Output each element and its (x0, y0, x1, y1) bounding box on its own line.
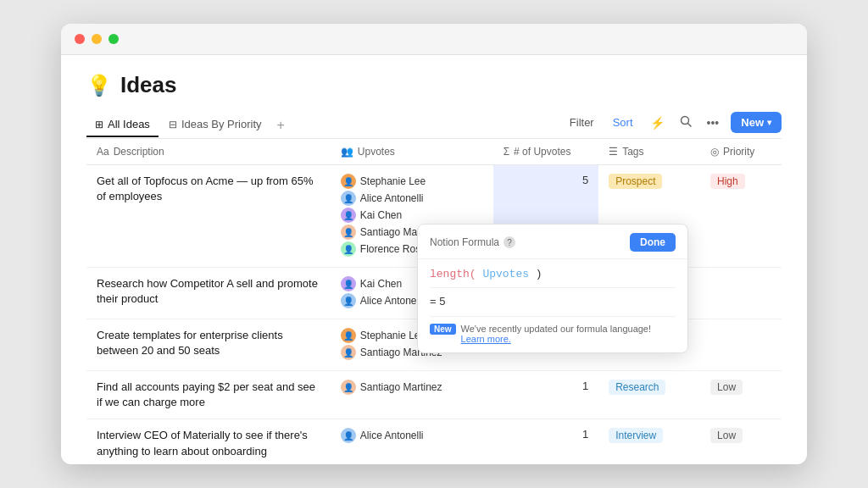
titlebar (61, 24, 807, 55)
lightning-icon[interactable]: ⚡ (647, 113, 668, 133)
col-tags-label: Tags (622, 146, 643, 158)
page-icon: 💡 (86, 74, 112, 97)
maximize-button[interactable] (108, 34, 119, 44)
col-priority: ◎ Priority (700, 139, 782, 165)
col-upvotes: 👥 Upvotes (331, 139, 493, 165)
popover-header: Notion Formula ? Done (418, 225, 687, 259)
upvoter-name: Alice Antonelli (360, 192, 424, 204)
tabs-toolbar: ⊞ All Ideas ⊟ Ideas By Priority + Filter… (86, 112, 782, 139)
popover-body: length( Upvotes ) = 5 New We've recently… (418, 259, 687, 352)
formula-keyword: length( (430, 268, 476, 280)
avatar: 👤 (341, 293, 356, 308)
tab-icon-priority: ⊟ (169, 119, 177, 130)
formula-result-text: = 5 (430, 295, 445, 308)
upvoter-name: Kai Chen (360, 209, 402, 221)
avatar: 👤 (341, 276, 356, 291)
table-row: Find all accounts paying $2 per seat and… (86, 371, 782, 419)
cell-priority (700, 319, 782, 371)
cell-description: Get all of Topfocus on Acme — up from 65… (86, 165, 331, 268)
tag-badge: Prospect (609, 174, 662, 189)
add-tab-button[interactable]: + (272, 114, 290, 136)
col-num-upvotes-label: # of Upvotes (514, 146, 570, 158)
upvote-row: 👤Kai Chen (341, 208, 483, 223)
cell-upvotes: 👤Alice Antonelli (331, 419, 493, 464)
col-upvotes-label: Upvotes (358, 146, 395, 158)
upvoter-name: Kai Chen (360, 278, 402, 290)
col-upvotes-icon: 👥 (341, 146, 353, 158)
col-num-upvotes: Σ # of Upvotes (493, 139, 598, 165)
tab-ideas-by-priority[interactable]: ⊟ Ideas By Priority (160, 113, 270, 137)
cell-priority: Low (700, 371, 782, 419)
cell-description: Research how Competitor A sell and promo… (86, 268, 331, 319)
help-icon[interactable]: ? (504, 236, 515, 248)
avatar: 👤 (341, 225, 356, 240)
new-badge: New (430, 324, 456, 335)
avatar: 👤 (341, 174, 356, 189)
table-container: Aa Description 👥 Upvotes (86, 139, 782, 464)
tab-all-ideas[interactable]: ⊞ All Ideas (86, 113, 159, 137)
svg-line-1 (687, 124, 691, 127)
cell-description: Interview CEO of Materially to see if th… (86, 419, 331, 464)
cell-description: Create templates for enterprise clients … (86, 319, 331, 371)
tab-label-priority: Ideas By Priority (181, 118, 262, 130)
tab-label-all-ideas: All Ideas (108, 118, 150, 130)
cell-tags: Research (598, 371, 700, 419)
priority-badge: Low (710, 428, 743, 443)
popover-title-text: Notion Formula (430, 236, 499, 248)
priority-badge: Low (710, 380, 743, 395)
cell-tags: Interview (598, 419, 700, 464)
priority-badge: High (710, 174, 745, 189)
search-icon[interactable] (676, 112, 695, 133)
upvoter-name: Alice Antonelli (360, 295, 424, 307)
cell-num-upvotes: 1 (493, 371, 598, 419)
close-button[interactable] (75, 34, 85, 44)
avatar: 👤 (341, 241, 356, 257)
content-area: 💡 Ideas ⊞ All Ideas ⊟ Ideas By Priority … (61, 55, 807, 464)
upvote-row: 👤Alice Antonelli (341, 191, 483, 206)
avatar: 👤 (341, 345, 356, 360)
done-button[interactable]: Done (630, 233, 676, 252)
cell-priority: High (700, 165, 782, 268)
page-header: 💡 Ideas (86, 72, 782, 98)
avatar: 👤 (341, 328, 356, 343)
more-options-icon[interactable]: ••• (704, 113, 723, 133)
upvote-row: 👤Alice Antonelli (341, 428, 483, 443)
formula-code: length( Upvotes ) (430, 268, 676, 280)
filter-button[interactable]: Filter (565, 113, 599, 132)
sort-button[interactable]: Sort (608, 113, 638, 132)
popover-title-area: Notion Formula ? (430, 236, 515, 248)
notice-text: We've recently updated our formula langu… (461, 324, 676, 344)
avatar: 👤 (341, 380, 356, 395)
notice-link[interactable]: Learn more. (461, 334, 511, 344)
formula-prop: Upvotes (476, 268, 536, 280)
upvote-row: 👤Santiago Martinez (341, 380, 483, 395)
upvoter-name: Stephanie Lee (360, 175, 426, 187)
new-button-label: New (741, 116, 764, 129)
tab-icon-all-ideas: ⊞ (95, 119, 103, 130)
col-priority-icon: ◎ (710, 146, 719, 158)
new-button[interactable]: New ▾ (731, 112, 782, 133)
page-title: Ideas (120, 72, 177, 98)
avatar: 👤 (341, 428, 356, 443)
upvote-row: 👤Stephanie Lee (341, 174, 483, 189)
minimize-button[interactable] (92, 34, 102, 44)
upvoter-name: Stephanie Lee (360, 330, 426, 341)
toolbar-right: Filter Sort ⚡ ••• New ▾ (565, 112, 782, 138)
popover-notice: New We've recently updated our formula l… (430, 316, 676, 344)
cell-priority: Low (700, 419, 782, 464)
formula-close: ) (536, 268, 542, 280)
formula-result: = 5 (430, 287, 676, 308)
table-header-row: Aa Description 👥 Upvotes (86, 139, 782, 165)
col-description-label: Description (114, 146, 164, 158)
col-tags-icon: ☰ (609, 146, 618, 158)
tag-badge: Interview (609, 428, 663, 443)
table-row: Interview CEO of Materially to see if th… (86, 419, 782, 464)
col-description: Aa Description (86, 139, 331, 165)
upvoter-name: Santiago Martinez (360, 381, 442, 393)
col-priority-label: Priority (723, 146, 754, 158)
cell-priority (700, 268, 782, 319)
avatar: 👤 (341, 191, 356, 206)
cell-upvotes: 👤Santiago Martinez (331, 371, 493, 419)
tag-badge: Research (609, 380, 665, 395)
formula-popover: Notion Formula ? Done length( Upvotes ) … (417, 224, 688, 353)
